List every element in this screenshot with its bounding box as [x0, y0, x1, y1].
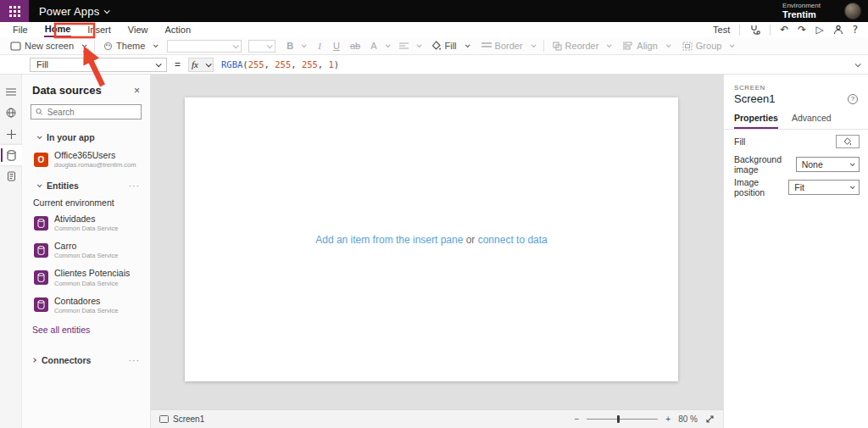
theme-button[interactable]: Theme — [103, 41, 157, 51]
help-icon[interactable]: ? — [853, 25, 858, 35]
entity-item[interactable]: Clientes Potenciais Common Data Service — [22, 264, 150, 291]
zoom-out-button[interactable]: − — [575, 414, 580, 424]
theme-icon — [103, 42, 113, 51]
environment-label: Environment — [782, 3, 821, 10]
menu-item-file[interactable]: File — [12, 23, 29, 36]
close-icon[interactable]: × — [134, 85, 140, 97]
zoom-slider[interactable] — [587, 419, 658, 420]
underline-button[interactable]: U — [333, 41, 340, 51]
zoom-slider-thumb[interactable] — [617, 415, 620, 423]
zoom-in-button[interactable]: + — [665, 414, 670, 424]
test-button[interactable]: Test — [713, 25, 730, 35]
paint-bucket-icon — [843, 137, 852, 146]
undo-icon[interactable]: ↶ — [780, 25, 788, 35]
environment-picker[interactable]: Environment Trentim — [782, 3, 821, 20]
entity-type: Common Data Service — [54, 225, 118, 232]
entity-item[interactable]: Contadores Common Data Service — [22, 292, 150, 319]
fill-color-button[interactable] — [836, 135, 860, 148]
current-environment-label: Current environment — [22, 194, 150, 209]
see-all-entities-link[interactable]: See all entities — [22, 319, 150, 341]
screen-breadcrumb[interactable]: Screen1 — [159, 414, 204, 424]
left-rail — [0, 75, 22, 428]
screens-button[interactable] — [0, 103, 22, 123]
border-button[interactable]: Border — [481, 41, 535, 51]
help-icon[interactable]: ? — [848, 94, 858, 104]
property-select[interactable]: Fill — [30, 58, 167, 72]
data-sources-button[interactable] — [0, 145, 22, 165]
canvas-status-bar: Screen1 − + 80 % — [151, 409, 723, 428]
plus-icon — [7, 130, 16, 139]
top-app-bar: Power Apps Environment Trentim — [0, 0, 868, 22]
share-user-icon[interactable] — [833, 25, 843, 35]
fx-button[interactable]: fx — [188, 58, 214, 72]
app-checker-icon[interactable] — [749, 25, 760, 36]
chevron-down-icon — [206, 61, 212, 67]
reorder-icon — [553, 42, 562, 51]
formula-expand-chevron-icon[interactable] — [855, 61, 861, 67]
equals-sign: = — [175, 58, 181, 70]
fill-button[interactable]: Fill — [431, 41, 469, 51]
property-select-value: Fill — [36, 59, 48, 69]
menu-item-view[interactable]: View — [127, 23, 149, 36]
percent-sign: % — [690, 414, 698, 424]
screen-icon — [10, 42, 21, 51]
section-entities[interactable]: Entities ··· — [22, 173, 150, 194]
environment-name: Trentim — [782, 9, 821, 19]
reorder-button[interactable]: Reorder — [553, 41, 611, 51]
menu-item-insert[interactable]: Insert — [86, 23, 112, 36]
app-title[interactable]: Power Apps — [39, 5, 99, 18]
entity-type: Common Data Service — [54, 280, 130, 287]
tab-advanced[interactable]: Advanced — [792, 113, 832, 129]
menu-item-home[interactable]: Home — [44, 22, 72, 37]
insert-button[interactable] — [0, 124, 22, 144]
selection-title: Screen1 — [734, 92, 775, 105]
font-family-select[interactable] — [167, 40, 242, 53]
waffle-icon — [9, 6, 20, 17]
search-box[interactable] — [31, 104, 142, 120]
section-connectors[interactable]: Connectors ··· — [22, 347, 150, 369]
entity-icon — [34, 216, 48, 231]
border-icon — [481, 42, 492, 50]
more-options-icon[interactable]: ··· — [129, 181, 141, 191]
fit-to-window-icon[interactable] — [705, 414, 715, 424]
screen-artboard[interactable]: Add an item from the insert pane or conn… — [185, 97, 678, 381]
datasource-item-office365users[interactable]: O Office365Users douglas.romao@trentim.c… — [22, 146, 150, 173]
divider — [543, 40, 544, 52]
align-button[interactable]: Align — [623, 41, 669, 51]
datasource-name: Office365Users — [54, 150, 136, 161]
redo-icon[interactable]: ↷ — [798, 25, 806, 35]
group-button[interactable]: Group — [682, 41, 734, 51]
play-preview-icon[interactable]: ▷ — [815, 25, 823, 35]
text-align-button[interactable] — [399, 42, 420, 50]
background-image-dropdown[interactable]: None — [796, 157, 860, 172]
font-color-button[interactable]: A — [370, 41, 388, 51]
font-size-select[interactable] — [248, 40, 275, 53]
menu-bar: File Home Insert View Action Test ↶ ↷ ▷ … — [0, 22, 868, 37]
selection-kicker: SCREEN — [724, 75, 868, 92]
new-screen-button[interactable]: New screen — [10, 41, 86, 51]
tree-view-button[interactable] — [0, 81, 22, 102]
tab-properties[interactable]: Properties — [734, 113, 778, 129]
media-button[interactable] — [0, 166, 22, 186]
entity-item[interactable]: Atividades Common Data Service — [22, 209, 150, 236]
tree-view-icon — [6, 88, 16, 96]
menu-item-action[interactable]: Action — [164, 23, 192, 36]
paint-bucket-icon — [431, 41, 442, 51]
search-input[interactable] — [47, 108, 136, 117]
property-label: Image position — [734, 177, 788, 197]
bold-button[interactable]: B — [287, 41, 305, 51]
italic-button[interactable]: I — [318, 41, 321, 51]
formula-input[interactable]: RGBA(255, 255, 255, 1) — [221, 59, 850, 69]
connect-to-data-link[interactable]: connect to data — [478, 234, 548, 246]
section-in-your-app[interactable]: In your app — [22, 125, 150, 146]
office365-icon: O — [34, 153, 48, 167]
database-icon — [7, 150, 16, 161]
entity-item[interactable]: Carro Common Data Service — [22, 236, 150, 264]
more-options-icon[interactable]: ··· — [129, 355, 141, 365]
divider — [739, 25, 740, 36]
image-position-dropdown[interactable]: Fit — [788, 180, 860, 195]
app-launcher-button[interactable] — [0, 0, 29, 22]
user-avatar[interactable] — [844, 3, 861, 19]
chevron-down-icon[interactable] — [104, 8, 110, 14]
strikethrough-button[interactable]: ab — [350, 41, 360, 51]
